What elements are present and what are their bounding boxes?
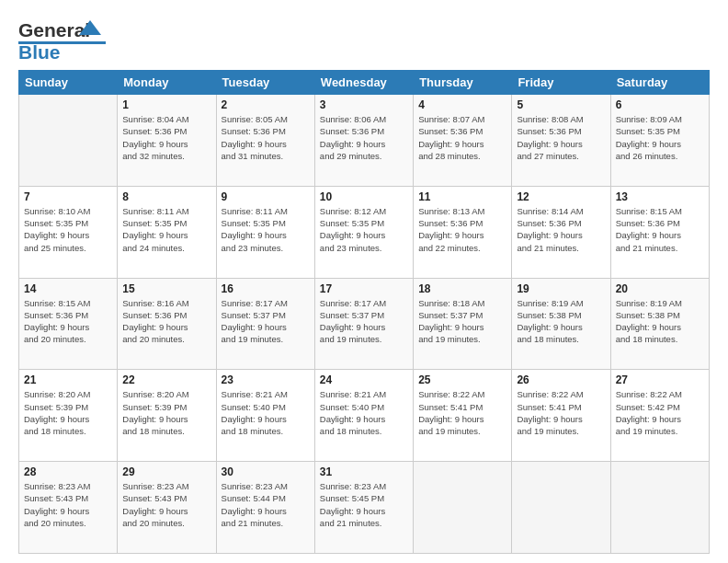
day-number: 30 (222, 465, 310, 478)
day-info: Sunrise: 8:21 AM Sunset: 5:40 PM Dayligh… (320, 388, 408, 437)
day-info: Sunrise: 8:22 AM Sunset: 5:42 PM Dayligh… (616, 388, 704, 437)
day-number: 7 (24, 190, 112, 203)
day-number: 17 (320, 282, 408, 295)
day-info: Sunrise: 8:15 AM Sunset: 5:36 PM Dayligh… (616, 205, 704, 254)
calendar-cell: 28Sunrise: 8:23 AM Sunset: 5:43 PM Dayli… (19, 462, 118, 554)
logo-svg: General Blue (18, 17, 110, 61)
day-number: 8 (122, 190, 210, 203)
calendar-cell: 23Sunrise: 8:21 AM Sunset: 5:40 PM Dayli… (216, 370, 314, 462)
week-row-2: 7Sunrise: 8:10 AM Sunset: 5:35 PM Daylig… (19, 186, 710, 278)
day-info: Sunrise: 8:07 AM Sunset: 5:36 PM Dayligh… (418, 113, 506, 162)
day-info: Sunrise: 8:23 AM Sunset: 5:43 PM Dayligh… (122, 480, 210, 529)
day-info: Sunrise: 8:05 AM Sunset: 5:36 PM Dayligh… (222, 113, 310, 162)
calendar-cell: 4Sunrise: 8:07 AM Sunset: 5:36 PM Daylig… (414, 95, 512, 187)
day-info: Sunrise: 8:15 AM Sunset: 5:36 PM Dayligh… (24, 297, 112, 346)
day-info: Sunrise: 8:22 AM Sunset: 5:41 PM Dayligh… (418, 388, 506, 437)
day-number: 2 (222, 98, 310, 111)
day-number: 27 (616, 373, 704, 386)
header-row: Sunday Monday Tuesday Wednesday Thursday… (19, 71, 710, 95)
day-number: 19 (517, 282, 605, 295)
day-info: Sunrise: 8:23 AM Sunset: 5:43 PM Dayligh… (24, 480, 112, 529)
day-number: 1 (122, 98, 210, 111)
logo: General Blue (18, 17, 110, 61)
calendar-table: Sunday Monday Tuesday Wednesday Thursday… (18, 70, 710, 554)
day-info: Sunrise: 8:16 AM Sunset: 5:36 PM Dayligh… (122, 297, 210, 346)
day-number: 4 (418, 98, 506, 111)
calendar-cell: 24Sunrise: 8:21 AM Sunset: 5:40 PM Dayli… (314, 370, 413, 462)
day-number: 13 (616, 190, 704, 203)
day-number: 23 (222, 373, 310, 386)
calendar-cell: 16Sunrise: 8:17 AM Sunset: 5:37 PM Dayli… (216, 278, 314, 370)
calendar-cell: 25Sunrise: 8:22 AM Sunset: 5:41 PM Dayli… (414, 370, 512, 462)
calendar-cell (19, 95, 118, 187)
calendar-cell: 10Sunrise: 8:12 AM Sunset: 5:35 PM Dayli… (314, 186, 413, 278)
day-info: Sunrise: 8:23 AM Sunset: 5:44 PM Dayligh… (222, 480, 310, 529)
calendar-cell (512, 462, 610, 554)
day-number: 22 (122, 373, 210, 386)
calendar-cell: 22Sunrise: 8:20 AM Sunset: 5:39 PM Dayli… (118, 370, 216, 462)
col-saturday: Saturday (610, 71, 709, 95)
day-number: 10 (320, 190, 408, 203)
week-row-5: 28Sunrise: 8:23 AM Sunset: 5:43 PM Dayli… (19, 462, 710, 554)
calendar-cell: 21Sunrise: 8:20 AM Sunset: 5:39 PM Dayli… (19, 370, 118, 462)
day-number: 12 (517, 190, 605, 203)
calendar-cell: 5Sunrise: 8:08 AM Sunset: 5:36 PM Daylig… (512, 95, 610, 187)
calendar-cell: 8Sunrise: 8:11 AM Sunset: 5:35 PM Daylig… (118, 186, 216, 278)
day-info: Sunrise: 8:22 AM Sunset: 5:41 PM Dayligh… (517, 388, 605, 437)
calendar-cell: 19Sunrise: 8:19 AM Sunset: 5:38 PM Dayli… (512, 278, 610, 370)
day-info: Sunrise: 8:13 AM Sunset: 5:36 PM Dayligh… (418, 205, 506, 254)
calendar-cell: 12Sunrise: 8:14 AM Sunset: 5:36 PM Dayli… (512, 186, 610, 278)
day-number: 20 (616, 282, 704, 295)
col-thursday: Thursday (414, 71, 512, 95)
header: General Blue (18, 17, 710, 61)
day-info: Sunrise: 8:21 AM Sunset: 5:40 PM Dayligh… (222, 388, 310, 437)
day-number: 14 (24, 282, 112, 295)
calendar-cell: 29Sunrise: 8:23 AM Sunset: 5:43 PM Dayli… (118, 462, 216, 554)
day-info: Sunrise: 8:11 AM Sunset: 5:35 PM Dayligh… (122, 205, 210, 254)
day-info: Sunrise: 8:20 AM Sunset: 5:39 PM Dayligh… (24, 388, 112, 437)
calendar-cell: 17Sunrise: 8:17 AM Sunset: 5:37 PM Dayli… (314, 278, 413, 370)
col-monday: Monday (118, 71, 216, 95)
calendar-cell: 18Sunrise: 8:18 AM Sunset: 5:37 PM Dayli… (414, 278, 512, 370)
day-number: 28 (24, 465, 112, 478)
calendar-cell: 6Sunrise: 8:09 AM Sunset: 5:35 PM Daylig… (610, 95, 709, 187)
day-info: Sunrise: 8:06 AM Sunset: 5:36 PM Dayligh… (320, 113, 408, 162)
day-number: 6 (616, 98, 704, 111)
day-info: Sunrise: 8:11 AM Sunset: 5:35 PM Dayligh… (222, 205, 310, 254)
calendar-header: Sunday Monday Tuesday Wednesday Thursday… (19, 71, 710, 95)
col-wednesday: Wednesday (314, 71, 413, 95)
calendar-cell: 7Sunrise: 8:10 AM Sunset: 5:35 PM Daylig… (19, 186, 118, 278)
calendar-cell: 2Sunrise: 8:05 AM Sunset: 5:36 PM Daylig… (216, 95, 314, 187)
day-number: 26 (517, 373, 605, 386)
day-number: 25 (418, 373, 506, 386)
calendar-cell: 15Sunrise: 8:16 AM Sunset: 5:36 PM Dayli… (118, 278, 216, 370)
day-number: 9 (222, 190, 310, 203)
day-info: Sunrise: 8:19 AM Sunset: 5:38 PM Dayligh… (517, 297, 605, 346)
calendar-cell (414, 462, 512, 554)
day-number: 5 (517, 98, 605, 111)
col-tuesday: Tuesday (216, 71, 314, 95)
col-friday: Friday (512, 71, 610, 95)
day-number: 11 (418, 190, 506, 203)
day-info: Sunrise: 8:23 AM Sunset: 5:45 PM Dayligh… (320, 480, 408, 529)
day-number: 29 (122, 465, 210, 478)
svg-text:Blue: Blue (18, 41, 61, 61)
day-info: Sunrise: 8:18 AM Sunset: 5:37 PM Dayligh… (418, 297, 506, 346)
week-row-3: 14Sunrise: 8:15 AM Sunset: 5:36 PM Dayli… (19, 278, 710, 370)
page: General Blue Sunday Monday Tuesday Wedne… (0, 0, 728, 563)
calendar-cell: 1Sunrise: 8:04 AM Sunset: 5:36 PM Daylig… (118, 95, 216, 187)
day-number: 3 (320, 98, 408, 111)
calendar-body: 1Sunrise: 8:04 AM Sunset: 5:36 PM Daylig… (19, 95, 710, 554)
day-info: Sunrise: 8:08 AM Sunset: 5:36 PM Dayligh… (517, 113, 605, 162)
day-number: 18 (418, 282, 506, 295)
day-number: 16 (222, 282, 310, 295)
day-number: 21 (24, 373, 112, 386)
day-info: Sunrise: 8:09 AM Sunset: 5:35 PM Dayligh… (616, 113, 704, 162)
day-number: 15 (122, 282, 210, 295)
day-number: 24 (320, 373, 408, 386)
day-info: Sunrise: 8:17 AM Sunset: 5:37 PM Dayligh… (222, 297, 310, 346)
day-info: Sunrise: 8:04 AM Sunset: 5:36 PM Dayligh… (122, 113, 210, 162)
week-row-1: 1Sunrise: 8:04 AM Sunset: 5:36 PM Daylig… (19, 95, 710, 187)
calendar-cell: 3Sunrise: 8:06 AM Sunset: 5:36 PM Daylig… (314, 95, 413, 187)
day-info: Sunrise: 8:10 AM Sunset: 5:35 PM Dayligh… (24, 205, 112, 254)
